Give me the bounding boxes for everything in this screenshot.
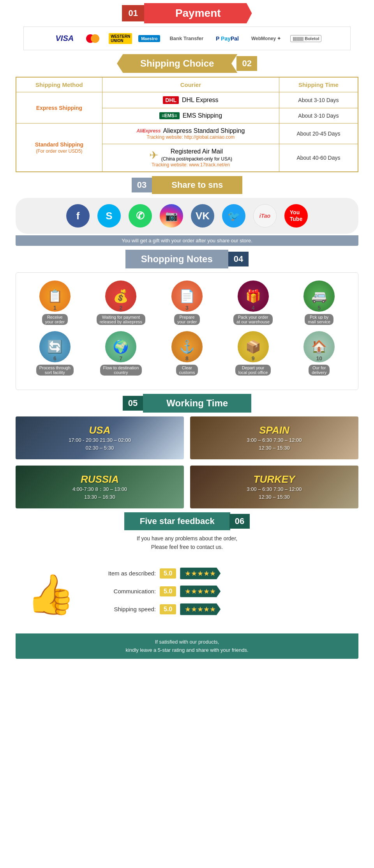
airmail-time: About 40-60 Days bbox=[279, 144, 358, 172]
note-step-4: 🎁 4 Pack your orderat our warehouse bbox=[222, 281, 284, 325]
ali-logo: AliExpress bbox=[136, 128, 161, 134]
working-grid: USA 17:00 - 20:30 21:30 – 02:0002:30 – 5… bbox=[16, 416, 358, 508]
payment-title: Payment bbox=[144, 3, 252, 23]
turkey-country: TURKEY bbox=[254, 473, 295, 485]
notes-grid-top: 📋 1 Receiveyour order 💰 2 Waiting for pa… bbox=[24, 281, 350, 325]
feedback-footer: If satisfied with our products,kindly le… bbox=[16, 633, 358, 659]
note-step-9: 📦 9 Depart yourlocal post office bbox=[222, 331, 284, 376]
vk-icon[interactable]: VK bbox=[191, 204, 214, 228]
step-1-label: Receiveyour order bbox=[42, 314, 68, 325]
step-4-label: Pack your orderat our warehouse bbox=[233, 314, 273, 325]
shipping-num: 02 bbox=[236, 56, 257, 71]
payment-header: 01 Payment bbox=[16, 3, 358, 23]
rating-row-3: Shipping speed: 5.0 ★★★★★ bbox=[94, 603, 358, 615]
rating-label-3: Shipping speed: bbox=[94, 606, 156, 612]
note-step-3: 📄 3 Prepareyour order bbox=[156, 281, 218, 325]
whatsapp-icon[interactable]: ✆ bbox=[129, 204, 152, 228]
ems-logo: ≡EMS≡ bbox=[159, 112, 180, 119]
step-10-label: Our fordelivery bbox=[309, 365, 330, 376]
note-step-10: 🏠 10 Our fordelivery bbox=[288, 331, 350, 376]
western-union-icon: WESTERNUNION bbox=[109, 33, 132, 44]
airmail-tracking: Tracking website: www.17track.net/en bbox=[106, 162, 275, 168]
rating-row-2: Communication: 5.0 ★★★★★ bbox=[94, 586, 358, 597]
feedback-contact-text: If you have any problems about the order… bbox=[16, 534, 358, 552]
payment-num: 01 bbox=[122, 5, 144, 21]
skype-icon[interactable]: S bbox=[97, 204, 121, 228]
col-method: Shipping Method bbox=[16, 78, 102, 92]
boletol-icon: ||||||||| Boletol bbox=[290, 35, 321, 42]
mastercard-icon bbox=[83, 33, 102, 44]
ali-time: About 20-45 Days bbox=[279, 123, 358, 144]
step-6-icon: 🔄 6 bbox=[39, 331, 71, 362]
step-7-label: Flow to destinationcountry bbox=[100, 365, 142, 376]
col-courier: Courier bbox=[102, 78, 279, 92]
aliexpress-courier-cell: AliExpress Aliexpress Standard Shipping … bbox=[102, 123, 279, 144]
rating-stars-1: ★★★★★ bbox=[180, 568, 221, 579]
step-10-icon: 🏠 10 bbox=[303, 331, 335, 362]
youtube-icon[interactable]: YouTube bbox=[284, 204, 308, 228]
step-2-label: Waiting for paymentreleased by alixepres… bbox=[97, 314, 145, 325]
standard-method-cell: Standard Shipping(For order over USD5) bbox=[16, 123, 102, 172]
step-3-icon: 📄 3 bbox=[171, 281, 203, 312]
russia-card: RUSSIA 4:00-7:30 8：30 – 13:0013:30 – 16:… bbox=[16, 466, 184, 508]
feedback-num: 06 bbox=[229, 514, 250, 529]
dhl-time: About 3-10 Days bbox=[279, 92, 358, 108]
visa-icon: VISA bbox=[53, 32, 77, 44]
dhl-name: DHL Express bbox=[182, 97, 219, 104]
rating-score-2: 5.0 bbox=[160, 586, 176, 596]
airmail-name: Registered Air Mail(China post/epacket-o… bbox=[161, 148, 232, 162]
step-9-icon: 📦 9 bbox=[238, 331, 269, 362]
step-9-label: Depart yourlocal post office bbox=[235, 365, 271, 376]
rating-label-1: Item as described: bbox=[94, 570, 156, 577]
ali-name: Aliexpress Standard Shipping bbox=[163, 127, 245, 134]
turkey-card: TURKEY 3:00 – 6:30 7:30 – 12:0012:30 – 1… bbox=[190, 466, 358, 508]
note-step-6: 🔄 6 Process throughsort facility bbox=[24, 331, 86, 376]
usa-country: USA bbox=[89, 424, 111, 436]
rating-stars-3: ★★★★★ bbox=[180, 603, 221, 615]
note-step-8: ⚓ 8 Clearcustoms bbox=[156, 331, 218, 376]
dhl-logo: DHL bbox=[163, 96, 179, 104]
shipping-table-wrap: Shipping Method Courier Shipping Time Ex… bbox=[16, 77, 358, 172]
rating-score-3: 5.0 bbox=[160, 604, 176, 614]
dhl-courier-cell: DHL DHL Express bbox=[102, 92, 279, 108]
note-step-5: 🚐 5 Pck up bymail service bbox=[288, 281, 350, 325]
ems-name: EMS Shipping bbox=[183, 112, 222, 119]
shipping-header: Shipping Choice 02 bbox=[16, 54, 358, 73]
shopping-header: Shopping Notes 04 bbox=[16, 250, 358, 268]
shipping-title: Shipping Choice bbox=[117, 54, 237, 73]
feedback-title: Five star feedback bbox=[124, 512, 230, 530]
feedback-content-wrap: If you have any problems about the order… bbox=[16, 534, 358, 659]
ali-tracking: Tracking website: http://global.cainiao.… bbox=[106, 134, 275, 140]
airmail-courier-cell: ✈ Registered Air Mail(China post/epacket… bbox=[102, 144, 279, 172]
facebook-icon[interactable]: f bbox=[66, 204, 90, 228]
itao-icon[interactable]: iTao bbox=[253, 204, 277, 228]
thumbs-up-image: 👍 bbox=[16, 556, 86, 633]
ems-time: About 3-10 Days bbox=[279, 108, 358, 123]
feedback-header: Five star feedback 06 bbox=[16, 512, 358, 530]
payment-icons-row: VISA WESTERNUNION Maestro Bank Transfer … bbox=[23, 26, 351, 50]
sns-gift-text: You will get a gift with your order afte… bbox=[16, 235, 358, 246]
rating-score-1: 5.0 bbox=[160, 568, 176, 579]
sns-num: 03 bbox=[132, 178, 152, 192]
working-num: 05 bbox=[123, 396, 143, 411]
working-time-section: 05 Working Time USA 17:00 - 20:30 21:30 … bbox=[0, 394, 374, 508]
table-row: Standard Shipping(For order over USD5) A… bbox=[16, 123, 358, 144]
step-8-label: Clearcustoms bbox=[176, 365, 198, 376]
express-method-cell: Express Shipping bbox=[16, 92, 102, 123]
usa-card: USA 17:00 - 20:30 21:30 – 02:0002:30 – 5… bbox=[16, 416, 184, 459]
step-2-icon: 💰 2 bbox=[105, 281, 136, 312]
instagram-icon[interactable]: 📷 bbox=[160, 204, 183, 228]
step-3-label: Prepareyour order bbox=[174, 314, 200, 325]
twitter-icon[interactable]: 🐦 bbox=[222, 204, 245, 228]
note-step-7: 🌍 7 Flow to destinationcountry bbox=[90, 331, 152, 376]
note-step-2: 💰 2 Waiting for paymentreleased by alixe… bbox=[90, 281, 152, 325]
working-header: 05 Working Time bbox=[16, 394, 358, 413]
rating-stars-2: ★★★★★ bbox=[180, 586, 221, 597]
notes-box: 📋 1 Receiveyour order 💰 2 Waiting for pa… bbox=[16, 272, 358, 390]
step-4-icon: 🎁 4 bbox=[238, 281, 269, 312]
russia-times: 4:00-7:30 8：30 – 13:0013:30 – 16:30 bbox=[72, 485, 127, 501]
notes-grid-bottom: 🔄 6 Process throughsort facility 🌍 7 Flo… bbox=[24, 331, 350, 376]
table-row: Express Shipping DHL DHL Express About 3… bbox=[16, 92, 358, 108]
paypal-icon: P PayPal bbox=[213, 34, 242, 43]
bank-transfer-icon: Bank Transfer bbox=[166, 34, 206, 43]
